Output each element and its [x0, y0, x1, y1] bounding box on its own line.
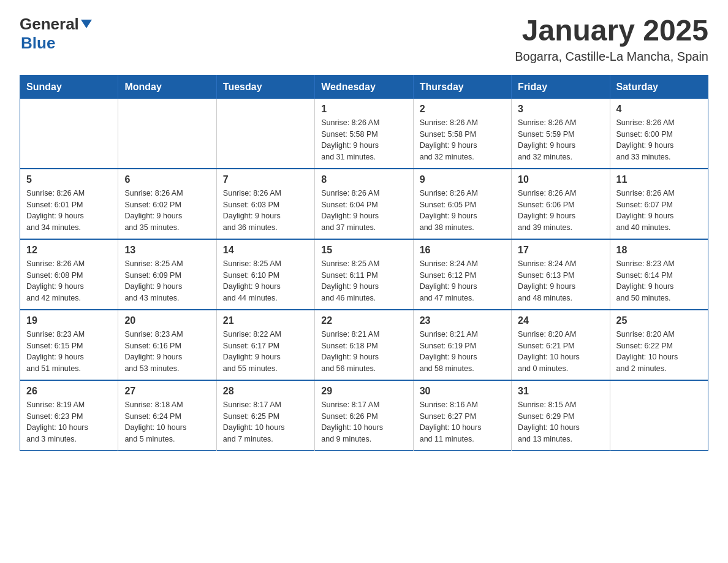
day-number: 6 — [124, 174, 210, 185]
svg-marker-0 — [81, 20, 92, 28]
logo-general-text: General — [20, 15, 79, 34]
day-info: Sunrise: 8:25 AM Sunset: 6:09 PM Dayligh… — [124, 258, 210, 304]
day-info: Sunrise: 8:26 AM Sunset: 6:00 PM Dayligh… — [616, 117, 702, 163]
week-row-3: 12Sunrise: 8:26 AM Sunset: 6:08 PM Dayli… — [20, 239, 708, 310]
calendar-cell-w4-d2: 21Sunrise: 8:22 AM Sunset: 6:17 PM Dayli… — [216, 310, 314, 380]
day-info: Sunrise: 8:20 AM Sunset: 6:21 PM Dayligh… — [518, 329, 603, 375]
calendar-cell-w4-d3: 22Sunrise: 8:21 AM Sunset: 6:18 PM Dayli… — [315, 310, 413, 380]
calendar-cell-w5-d0: 26Sunrise: 8:19 AM Sunset: 6:23 PM Dayli… — [20, 380, 118, 451]
week-row-2: 5Sunrise: 8:26 AM Sunset: 6:01 PM Daylig… — [20, 169, 708, 239]
calendar-cell-w5-d3: 29Sunrise: 8:17 AM Sunset: 6:26 PM Dayli… — [315, 380, 413, 451]
day-info: Sunrise: 8:15 AM Sunset: 6:29 PM Dayligh… — [518, 399, 603, 445]
day-number: 8 — [321, 174, 406, 185]
calendar-header-row: SundayMondayTuesdayWednesdayThursdayFrid… — [20, 75, 708, 99]
calendar-cell-w1-d0 — [20, 99, 118, 169]
day-number: 31 — [518, 386, 603, 397]
day-info: Sunrise: 8:26 AM Sunset: 6:08 PM Dayligh… — [26, 258, 112, 304]
logo-arrow-icon — [81, 20, 92, 31]
day-number: 22 — [321, 315, 406, 326]
calendar-title-block: January 2025 Bogarra, Castille-La Mancha… — [515, 15, 708, 64]
day-number: 21 — [223, 315, 308, 326]
day-number: 3 — [518, 104, 603, 115]
calendar-cell-w2-d6: 11Sunrise: 8:26 AM Sunset: 6:07 PM Dayli… — [610, 169, 708, 239]
calendar-cell-w3-d0: 12Sunrise: 8:26 AM Sunset: 6:08 PM Dayli… — [20, 239, 118, 310]
day-number: 10 — [518, 174, 603, 185]
calendar-cell-w1-d3: 1Sunrise: 8:26 AM Sunset: 5:58 PM Daylig… — [315, 99, 413, 169]
day-number: 2 — [420, 104, 505, 115]
calendar-cell-w3-d3: 15Sunrise: 8:25 AM Sunset: 6:11 PM Dayli… — [315, 239, 413, 310]
calendar-cell-w2-d3: 8Sunrise: 8:26 AM Sunset: 6:04 PM Daylig… — [315, 169, 413, 239]
day-number: 27 — [124, 386, 210, 397]
header-friday: Friday — [512, 75, 610, 99]
calendar-title: January 2025 — [515, 15, 708, 47]
day-info: Sunrise: 8:26 AM Sunset: 6:02 PM Dayligh… — [124, 188, 210, 234]
page-header: General Blue January 2025 Bogarra, Casti… — [20, 15, 708, 64]
day-number: 11 — [616, 174, 702, 185]
calendar-cell-w4-d5: 24Sunrise: 8:20 AM Sunset: 6:21 PM Dayli… — [512, 310, 610, 380]
day-number: 23 — [420, 315, 505, 326]
calendar-cell-w4-d0: 19Sunrise: 8:23 AM Sunset: 6:15 PM Dayli… — [20, 310, 118, 380]
header-monday: Monday — [118, 75, 216, 99]
header-wednesday: Wednesday — [315, 75, 413, 99]
calendar-cell-w1-d5: 3Sunrise: 8:26 AM Sunset: 5:59 PM Daylig… — [512, 99, 610, 169]
day-number: 7 — [223, 174, 308, 185]
calendar-cell-w1-d6: 4Sunrise: 8:26 AM Sunset: 6:00 PM Daylig… — [610, 99, 708, 169]
day-info: Sunrise: 8:26 AM Sunset: 6:01 PM Dayligh… — [26, 188, 112, 234]
logo: General Blue — [20, 15, 92, 53]
calendar-cell-w3-d6: 18Sunrise: 8:23 AM Sunset: 6:14 PM Dayli… — [610, 239, 708, 310]
header-saturday: Saturday — [610, 75, 708, 99]
week-row-1: 1Sunrise: 8:26 AM Sunset: 5:58 PM Daylig… — [20, 99, 708, 169]
day-info: Sunrise: 8:25 AM Sunset: 6:10 PM Dayligh… — [223, 258, 308, 304]
calendar-cell-w4-d4: 23Sunrise: 8:21 AM Sunset: 6:19 PM Dayli… — [413, 310, 511, 380]
calendar-cell-w3-d1: 13Sunrise: 8:25 AM Sunset: 6:09 PM Dayli… — [118, 239, 216, 310]
calendar-cell-w1-d2 — [216, 99, 314, 169]
calendar-cell-w2-d4: 9Sunrise: 8:26 AM Sunset: 6:05 PM Daylig… — [413, 169, 511, 239]
calendar-cell-w5-d1: 27Sunrise: 8:18 AM Sunset: 6:24 PM Dayli… — [118, 380, 216, 451]
day-number: 28 — [223, 386, 308, 397]
day-number: 15 — [321, 245, 406, 256]
day-number: 9 — [420, 174, 505, 185]
day-number: 13 — [124, 245, 210, 256]
day-info: Sunrise: 8:26 AM Sunset: 6:06 PM Dayligh… — [518, 188, 603, 234]
header-thursday: Thursday — [413, 75, 511, 99]
day-info: Sunrise: 8:24 AM Sunset: 6:12 PM Dayligh… — [420, 258, 505, 304]
header-tuesday: Tuesday — [216, 75, 314, 99]
day-number: 20 — [124, 315, 210, 326]
day-info: Sunrise: 8:21 AM Sunset: 6:19 PM Dayligh… — [420, 329, 505, 375]
day-info: Sunrise: 8:26 AM Sunset: 6:03 PM Dayligh… — [223, 188, 308, 234]
day-number: 19 — [26, 315, 112, 326]
calendar-cell-w3-d4: 16Sunrise: 8:24 AM Sunset: 6:12 PM Dayli… — [413, 239, 511, 310]
day-number: 26 — [26, 386, 112, 397]
day-info: Sunrise: 8:26 AM Sunset: 6:04 PM Dayligh… — [321, 188, 406, 234]
day-info: Sunrise: 8:18 AM Sunset: 6:24 PM Dayligh… — [124, 399, 210, 445]
day-number: 30 — [420, 386, 505, 397]
day-number: 4 — [616, 104, 702, 115]
calendar-cell-w4-d6: 25Sunrise: 8:20 AM Sunset: 6:22 PM Dayli… — [610, 310, 708, 380]
calendar-cell-w3-d2: 14Sunrise: 8:25 AM Sunset: 6:10 PM Dayli… — [216, 239, 314, 310]
day-number: 25 — [616, 315, 702, 326]
calendar-cell-w5-d5: 31Sunrise: 8:15 AM Sunset: 6:29 PM Dayli… — [512, 380, 610, 451]
day-info: Sunrise: 8:23 AM Sunset: 6:16 PM Dayligh… — [124, 329, 210, 375]
day-number: 12 — [26, 245, 112, 256]
day-info: Sunrise: 8:26 AM Sunset: 6:05 PM Dayligh… — [420, 188, 505, 234]
calendar-cell-w2-d5: 10Sunrise: 8:26 AM Sunset: 6:06 PM Dayli… — [512, 169, 610, 239]
calendar-table: SundayMondayTuesdayWednesdayThursdayFrid… — [20, 75, 708, 451]
calendar-cell-w2-d0: 5Sunrise: 8:26 AM Sunset: 6:01 PM Daylig… — [20, 169, 118, 239]
calendar-cell-w5-d6 — [610, 380, 708, 451]
day-number: 14 — [223, 245, 308, 256]
day-info: Sunrise: 8:20 AM Sunset: 6:22 PM Dayligh… — [616, 329, 702, 375]
calendar-subtitle: Bogarra, Castille-La Mancha, Spain — [515, 50, 708, 64]
calendar-cell-w4-d1: 20Sunrise: 8:23 AM Sunset: 6:16 PM Dayli… — [118, 310, 216, 380]
day-info: Sunrise: 8:23 AM Sunset: 6:15 PM Dayligh… — [26, 329, 112, 375]
day-info: Sunrise: 8:21 AM Sunset: 6:18 PM Dayligh… — [321, 329, 406, 375]
day-number: 1 — [321, 104, 406, 115]
day-info: Sunrise: 8:19 AM Sunset: 6:23 PM Dayligh… — [26, 399, 112, 445]
week-row-5: 26Sunrise: 8:19 AM Sunset: 6:23 PM Dayli… — [20, 380, 708, 451]
day-number: 5 — [26, 174, 112, 185]
day-info: Sunrise: 8:23 AM Sunset: 6:14 PM Dayligh… — [616, 258, 702, 304]
day-number: 16 — [420, 245, 505, 256]
day-number: 18 — [616, 245, 702, 256]
day-info: Sunrise: 8:26 AM Sunset: 5:58 PM Dayligh… — [321, 117, 406, 163]
day-info: Sunrise: 8:22 AM Sunset: 6:17 PM Dayligh… — [223, 329, 308, 375]
day-info: Sunrise: 8:17 AM Sunset: 6:26 PM Dayligh… — [321, 399, 406, 445]
